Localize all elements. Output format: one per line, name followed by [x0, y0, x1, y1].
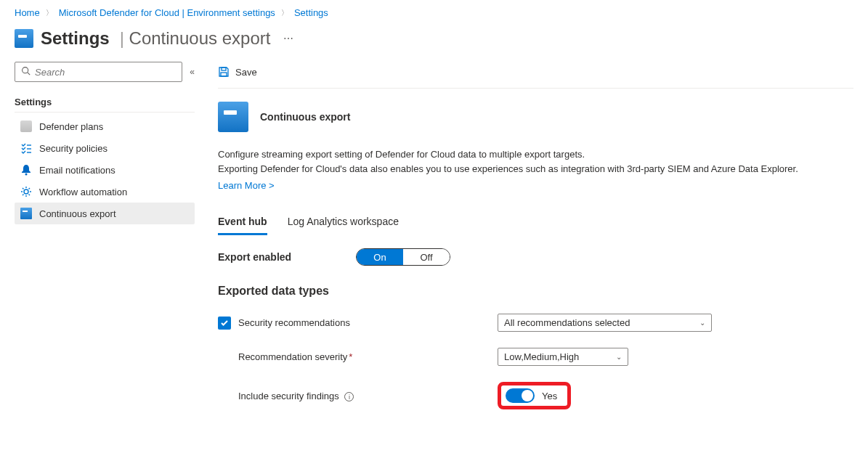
- learn-more-link[interactable]: Learn More >: [218, 180, 275, 191]
- dropdown-value: All recommendations selected: [504, 317, 630, 328]
- security-recommendations-label: Security recommendations: [238, 317, 350, 328]
- highlight-box: Yes: [498, 382, 571, 409]
- sidebar-item-label: Email notifications: [39, 165, 115, 176]
- book-icon: [15, 29, 33, 48]
- include-security-findings-toggle[interactable]: [506, 388, 535, 403]
- sidebar-item-label: Security policies: [39, 143, 108, 154]
- tab-log-analytics-workspace[interactable]: Log Analytics workspace: [288, 211, 399, 235]
- recommendation-severity-label: Recommendation severity*: [238, 351, 352, 362]
- sidebar-item-label: Continuous export: [39, 208, 116, 219]
- toggle-value-label: Yes: [542, 391, 557, 401]
- search-icon: [21, 66, 31, 78]
- book-icon: [20, 208, 32, 219]
- sidebar-item-label: Defender plans: [39, 121, 103, 132]
- sidebar-section-label: Settings: [15, 94, 195, 113]
- checklist-icon: [20, 142, 32, 154]
- sidebar-item-email-notifications[interactable]: Email notifications: [15, 159, 195, 181]
- export-enabled-toggle[interactable]: On Off: [356, 248, 450, 266]
- sidebar: « Settings Defender plans Security polic…: [0, 62, 203, 431]
- chevron-right-icon: 〉: [281, 8, 288, 18]
- svg-rect-7: [222, 68, 226, 70]
- content-title: Continuous export: [260, 111, 350, 123]
- required-indicator: *: [349, 351, 352, 362]
- svg-point-0: [23, 68, 28, 73]
- gear-icon: [20, 186, 32, 197]
- sidebar-item-label: Workflow automation: [39, 187, 127, 197]
- save-icon: [218, 66, 230, 78]
- save-button[interactable]: Save: [235, 67, 257, 78]
- main-content: Save Continuous export Configure streami…: [203, 62, 868, 431]
- security-recommendations-checkbox[interactable]: [218, 317, 231, 330]
- svg-point-5: [25, 174, 28, 176]
- breadcrumb: Home 〉 Microsoft Defender for Cloud | En…: [0, 0, 868, 24]
- tab-event-hub[interactable]: Event hub: [218, 211, 267, 235]
- severity-dropdown[interactable]: Low,Medium,High ⌄: [498, 348, 628, 366]
- description-line-2: Exporting Defender for Cloud's data also…: [218, 163, 853, 176]
- sidebar-item-continuous-export[interactable]: Continuous export: [15, 203, 195, 224]
- svg-rect-8: [221, 73, 227, 76]
- sidebar-item-defender-plans[interactable]: Defender plans: [15, 115, 195, 137]
- more-menu-icon[interactable]: ⋯: [283, 33, 295, 44]
- page-header: Settings Continuous export ⋯: [0, 24, 868, 62]
- search-input[interactable]: [15, 62, 182, 82]
- bell-icon: [20, 164, 32, 176]
- page-title: Settings: [41, 28, 110, 49]
- book-icon: [218, 102, 248, 132]
- sidebar-item-security-policies[interactable]: Security policies: [15, 137, 195, 159]
- toolbar: Save: [218, 62, 853, 89]
- sidebar-item-workflow-automation[interactable]: Workflow automation: [15, 181, 195, 203]
- breadcrumb-settings[interactable]: Settings: [294, 7, 328, 18]
- chevron-right-icon: 〉: [46, 8, 53, 18]
- shield-icon: [20, 121, 32, 132]
- svg-line-1: [28, 73, 30, 75]
- exported-data-types-heading: Exported data types: [218, 285, 853, 298]
- collapse-sidebar-icon[interactable]: «: [190, 67, 195, 77]
- chevron-down-icon: ⌄: [616, 353, 622, 361]
- tabs: Event hub Log Analytics workspace: [218, 211, 853, 235]
- breadcrumb-home[interactable]: Home: [15, 7, 40, 18]
- toggle-on[interactable]: On: [357, 249, 403, 265]
- svg-point-6: [24, 189, 28, 194]
- export-enabled-label: Export enabled: [218, 251, 356, 263]
- recommendations-dropdown[interactable]: All recommendations selected ⌄: [498, 314, 712, 332]
- breadcrumb-environment-settings[interactable]: Microsoft Defender for Cloud | Environme…: [59, 7, 275, 18]
- page-subtitle: Continuous export: [120, 28, 271, 49]
- description-line-1: Configure streaming export setting of De…: [218, 148, 853, 161]
- include-security-findings-label: Include security findings i: [238, 391, 354, 402]
- toggle-off[interactable]: Off: [403, 249, 450, 265]
- info-icon[interactable]: i: [344, 392, 354, 401]
- chevron-down-icon: ⌄: [699, 319, 705, 327]
- search-field[interactable]: [35, 67, 176, 78]
- dropdown-value: Low,Medium,High: [504, 351, 579, 362]
